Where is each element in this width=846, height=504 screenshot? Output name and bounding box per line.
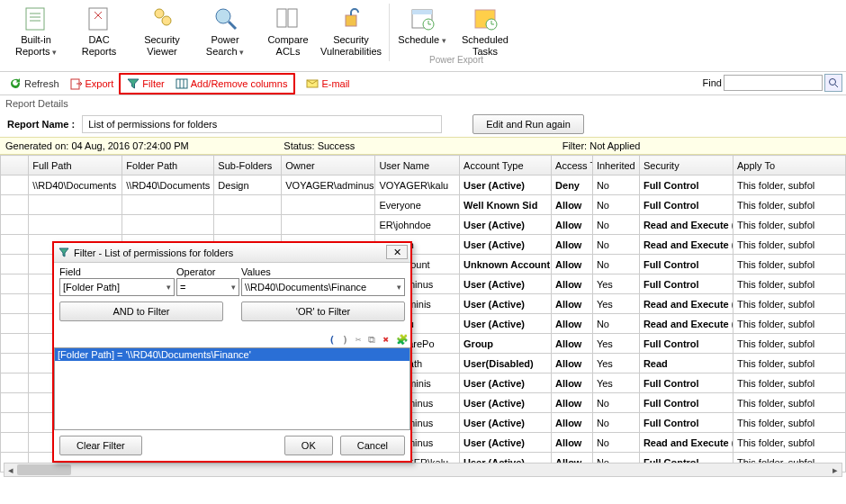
cell: User (Active) <box>460 433 552 453</box>
delete-icon[interactable]: ✖ <box>382 334 389 346</box>
col-header[interactable]: Owner <box>282 156 375 176</box>
cell: No <box>592 195 639 215</box>
cancel-button[interactable]: Cancel <box>340 436 405 455</box>
table-row[interactable]: EveryoneWell Known SidAllowNoFull Contro… <box>1 195 846 215</box>
svg-point-22 <box>830 79 836 86</box>
ribbon-label: Built-in Reports <box>15 34 57 57</box>
cell: This folder, subfol <box>734 255 846 274</box>
cell: Read and Execute ( <box>639 314 733 334</box>
svg-rect-9 <box>277 9 286 27</box>
ribbon-compare[interactable]: Compare ACLs <box>259 4 317 57</box>
cell <box>214 215 282 235</box>
cell: Design <box>214 176 282 195</box>
cell: No <box>592 215 639 235</box>
paren-open-icon[interactable]: ( <box>329 334 336 346</box>
ribbon-search[interactable]: Power Search <box>196 4 254 57</box>
dialog-close-button[interactable]: ✕ <box>386 245 408 259</box>
col-header[interactable]: Apply To <box>734 156 846 176</box>
wizard-icon[interactable]: 🧩 <box>396 334 409 346</box>
table-row[interactable]: ER\johndoeUser (Active)AllowNoRead and E… <box>1 215 846 235</box>
filter-dialog: Filter - List of permissions for folders… <box>52 241 412 463</box>
and-filter-button[interactable]: AND to Filter <box>59 302 223 321</box>
cell: This folder, subfol <box>734 374 846 393</box>
ribbon-vuln[interactable]: Security Vulnerabilities <box>322 4 380 57</box>
filter-expression-text[interactable]: [Folder Path] = '\\RD40\Documents\Financ… <box>55 348 410 361</box>
ribbon-report[interactable]: Built-in Reports <box>7 4 65 57</box>
email-label: E-mail <box>321 78 349 89</box>
cell: Full Control <box>639 393 733 413</box>
dialog-title: Filter - List of permissions for folders <box>74 248 233 258</box>
clear-filter-button[interactable]: Clear Filter <box>59 436 142 455</box>
cell: This folder, subfol <box>734 433 846 453</box>
scroll-right-arrow[interactable]: ▸ <box>829 464 842 476</box>
cell: Allow <box>552 215 593 235</box>
copy-icon[interactable]: ⧉ <box>368 334 375 346</box>
values-combo[interactable]: \\RD40\Documents\Finance <box>241 278 405 296</box>
email-button[interactable]: E-mail <box>301 75 355 93</box>
cell: Allow <box>552 413 593 433</box>
cell: This folder, subfol <box>734 413 846 433</box>
find-input[interactable] <box>724 75 823 91</box>
svg-rect-18 <box>176 79 187 88</box>
dialog-titlebar[interactable]: Filter - List of permissions for folders… <box>54 243 410 263</box>
col-header[interactable]: Full Path <box>29 156 122 176</box>
col-header[interactable]: Account Type <box>460 156 552 176</box>
report-name-value: List of permissions for folders <box>82 115 442 133</box>
cell: \\RD40\Documents <box>29 176 122 195</box>
funnel-icon <box>58 247 70 259</box>
field-combo[interactable]: [Folder Path] <box>59 278 175 296</box>
values-label: Values <box>241 266 405 277</box>
filter-expression-box[interactable]: [Folder Path] = '\\RD40\Documents\Financ… <box>54 347 410 430</box>
table-row[interactable]: \\RD40\Documents\\RD40\DocumentsDesignVO… <box>1 176 846 195</box>
scroll-thumb[interactable] <box>17 464 71 475</box>
svg-line-8 <box>229 22 236 29</box>
sched-icon <box>408 4 436 32</box>
ribbon-group-export: ScheduleScheduled Tasks Power Export <box>393 4 519 65</box>
cell: This folder, subfol <box>734 274 846 294</box>
horizontal-scrollbar[interactable]: ◂ ▸ <box>4 463 842 477</box>
filter-button[interactable]: Filter <box>122 75 169 93</box>
cell: No <box>592 413 639 433</box>
cut-icon[interactable]: ✂ <box>356 334 362 346</box>
ribbon-label: Scheduled Tasks <box>462 34 508 57</box>
ok-button[interactable]: OK <box>284 436 333 455</box>
row-header <box>1 156 29 176</box>
col-header[interactable]: Folder Path <box>122 156 214 176</box>
svg-line-23 <box>835 85 838 87</box>
cell: \\RD40\Documents <box>122 176 214 195</box>
col-header[interactable]: Sub-Folders <box>214 156 282 176</box>
ribbon-sched[interactable]: Schedule <box>393 4 451 57</box>
add-remove-columns-button[interactable]: Add/Remove columns <box>170 75 293 93</box>
cell: This folder, subfol <box>734 215 846 235</box>
cell: Full Control <box>639 274 733 294</box>
paren-close-icon[interactable]: ) <box>342 334 348 346</box>
ribbon: Built-in ReportsDAC ReportsSecurity View… <box>0 0 846 72</box>
ribbon-dac[interactable]: DAC Reports <box>70 4 128 57</box>
svg-rect-13 <box>412 10 432 14</box>
find-go-button[interactable] <box>824 74 842 92</box>
cell: Allow <box>552 294 593 314</box>
ribbon-tasks[interactable]: Scheduled Tasks <box>456 4 514 57</box>
dac-icon <box>85 4 113 32</box>
col-header[interactable]: Access Type <box>552 156 593 176</box>
edit-run-button[interactable]: Edit and Run again <box>472 114 584 134</box>
export-button[interactable]: Export <box>65 75 120 93</box>
operator-combo[interactable]: = <box>176 278 239 296</box>
status-status: Status: Success <box>284 140 562 151</box>
cell: Full Control <box>639 255 733 274</box>
col-header[interactable]: Inherited <box>592 156 639 176</box>
col-header[interactable]: User Name <box>375 156 460 176</box>
refresh-button[interactable]: Refresh <box>4 75 65 93</box>
report-name-label: Report Name : <box>7 119 75 130</box>
cell: Everyone <box>375 195 460 215</box>
col-header[interactable]: Security <box>639 156 733 176</box>
cell: Yes <box>592 294 639 314</box>
cell: Full Control <box>639 176 733 195</box>
svg-rect-0 <box>26 8 44 30</box>
ribbon-group-main: Built-in ReportsDAC ReportsSecurity View… <box>7 4 385 57</box>
scroll-left-arrow[interactable]: ◂ <box>4 464 17 476</box>
ribbon-secview[interactable]: Security Viewer <box>133 4 191 57</box>
tasks-icon <box>471 4 500 32</box>
or-filter-button[interactable]: 'OR' to Filter <box>241 302 405 321</box>
cell <box>29 215 122 235</box>
